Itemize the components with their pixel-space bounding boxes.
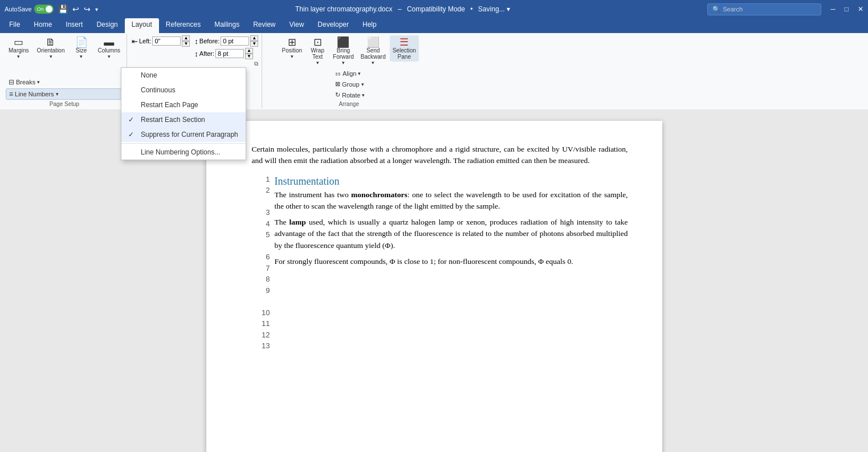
- document-page: Certain molecules, particularly those wi…: [206, 121, 662, 452]
- breaks-button[interactable]: ⊟ Breaks ▾: [6, 77, 123, 87]
- tab-help[interactable]: Help: [356, 18, 384, 33]
- tab-layout[interactable]: Layout: [125, 18, 159, 33]
- menu-suppress-paragraph[interactable]: ✓ Suppress for Current Paragraph: [121, 127, 246, 142]
- tab-design[interactable]: Design: [89, 18, 124, 33]
- tab-references[interactable]: References: [159, 18, 207, 33]
- position-label: Position: [282, 47, 303, 54]
- arrange-buttons: ⊞ Position ▾ ⊡ Wrap Text ▾ ⬛ Bring Forwa…: [279, 35, 419, 67]
- orientation-button[interactable]: 🗎 Orientation ▾: [34, 35, 68, 61]
- spacing-after-input[interactable]: [215, 49, 244, 58]
- close-btn[interactable]: ✕: [858, 5, 863, 13]
- document-area[interactable]: Certain molecules, particularly those wi…: [0, 109, 868, 452]
- menu-none[interactable]: None: [121, 68, 246, 83]
- position-button[interactable]: ⊞ Position ▾: [279, 35, 305, 61]
- indent-left-label: Left:: [139, 38, 151, 44]
- group-dropdown-arrow: ▾: [361, 82, 364, 87]
- bold-monochromators: monochromators: [351, 190, 407, 199]
- spacing-col: ↕ Before: ▲ ▼ ↕ After: ▲ ▼: [194, 35, 258, 59]
- doc-content: Certain molecules, particularly those wi…: [252, 144, 628, 352]
- undo-icon[interactable]: ↩: [72, 5, 79, 14]
- spacing-after-up[interactable]: ▲: [245, 48, 253, 54]
- toggle-knob: [46, 6, 52, 13]
- align-dropdown-arrow: ▾: [358, 71, 361, 76]
- spacing-after-icon: ↕: [194, 50, 198, 58]
- line-13: [275, 291, 628, 302]
- tab-review[interactable]: Review: [246, 18, 282, 33]
- menu-line-numbering-options[interactable]: Line Numbering Options...: [121, 145, 246, 160]
- indent-left-spinner[interactable]: ▲ ▼: [182, 35, 190, 47]
- line-num-10: 8: [252, 274, 270, 285]
- bring-forward-label2: Forward: [333, 54, 354, 60]
- spacing-before-row: ↕ Before: ▲ ▼: [194, 35, 258, 47]
- indent-left-input[interactable]: [152, 36, 181, 46]
- tab-home[interactable]: Home: [27, 18, 59, 33]
- spacing-before-label: Before:: [199, 38, 219, 44]
- spacing-before-icon: ↕: [194, 37, 198, 46]
- dropdown-icon[interactable]: ▾: [95, 6, 98, 13]
- line-11: [275, 267, 628, 279]
- bring-forward-dropdown-arrow: ▾: [342, 60, 345, 66]
- spacing-after-spinner[interactable]: ▲ ▼: [245, 48, 253, 59]
- minimize-btn[interactable]: ─: [830, 5, 836, 13]
- spacing-before-down[interactable]: ▼: [250, 41, 258, 47]
- menu-restart-section[interactable]: ✓ Restart Each Section: [121, 112, 246, 127]
- size-button[interactable]: 📄 Size ▾: [70, 35, 93, 61]
- spacing-before-up[interactable]: ▲: [250, 35, 258, 41]
- rotate-button[interactable]: ↻ Rotate ▾: [332, 90, 368, 100]
- rotate-icon: ↻: [335, 91, 340, 99]
- continuous-label: Continuous: [141, 86, 176, 94]
- autosave-area: AutoSave On: [5, 5, 54, 14]
- page-setup-group: ▭ Margins ▾ 🗎 Orientation ▾ 📄 Size ▾ ▬ C…: [2, 34, 127, 108]
- autosave-label: AutoSave: [5, 6, 32, 13]
- rotate-dropdown-arrow: ▾: [362, 92, 365, 98]
- tab-view[interactable]: View: [283, 18, 311, 33]
- menu-restart-page[interactable]: Restart Each Page: [121, 97, 246, 112]
- suppress-paragraph-label: Suppress for Current Paragraph: [141, 131, 238, 139]
- autosave-toggle[interactable]: On: [34, 5, 54, 14]
- breaks-linenumbers-col: ⊟ Breaks ▾ ≡ Line Numbers ▾: [6, 77, 123, 100]
- document-title: Thin layer chromatography.docx – Compati…: [103, 5, 703, 13]
- spacing-before-input[interactable]: [221, 36, 249, 46]
- save-icon[interactable]: 💾: [58, 5, 68, 14]
- paragraph-dialog-launcher[interactable]: ⧉: [254, 60, 258, 67]
- tab-file[interactable]: File: [2, 18, 27, 33]
- line-2-content: The instrument has two monochromators: o…: [275, 189, 628, 213]
- search-box[interactable]: 🔍 Search: [707, 3, 821, 15]
- redo-icon[interactable]: ↪: [84, 5, 91, 14]
- tab-insert[interactable]: Insert: [59, 18, 89, 33]
- rotate-label: Rotate: [342, 92, 360, 99]
- wrap-text-button[interactable]: ⊡ Wrap Text ▾: [306, 35, 329, 67]
- tab-mailings[interactable]: Mailings: [207, 18, 246, 33]
- send-backward-button[interactable]: ⬜ Send Backward ▾: [358, 35, 389, 67]
- indent-left-down[interactable]: ▼: [182, 41, 190, 47]
- spacing-after-down[interactable]: ▼: [245, 54, 253, 59]
- maximize-btn[interactable]: □: [845, 5, 849, 13]
- selection-pane-button[interactable]: ☰ Selection Pane: [390, 35, 419, 62]
- columns-button[interactable]: ▬ Columns ▾: [95, 35, 123, 61]
- align-group-col: ⚏ Align ▾ ⊠ Group ▾ ↻ Rotate ▾: [332, 68, 368, 100]
- line-numbers-button[interactable]: ≡ Line Numbers ▾: [6, 88, 123, 100]
- indent-left-row: ⇤ Left: ▲ ▼: [132, 35, 190, 47]
- margins-button[interactable]: ▭ Margins ▾: [6, 35, 32, 61]
- align-button[interactable]: ⚏ Align ▾: [332, 68, 368, 78]
- margins-dropdown-arrow: ▾: [17, 54, 20, 59]
- line-numbers-icon: ≡: [9, 90, 13, 98]
- line-num-6: 5: [252, 229, 270, 241]
- intro-paragraph: Certain molecules, particularly those wi…: [252, 144, 628, 167]
- line-numbers-menu: None Continuous Restart Each Page ✓ Rest…: [121, 67, 246, 160]
- indent-left-up[interactable]: ▲: [182, 35, 190, 41]
- suppress-paragraph-checkmark: ✓: [128, 131, 136, 139]
- orientation-icon: 🗎: [46, 37, 56, 47]
- bring-forward-button[interactable]: ⬛ Bring Forward ▾: [330, 35, 357, 67]
- spacing-before-spinner[interactable]: ▲ ▼: [250, 35, 258, 47]
- send-backward-icon: ⬜: [367, 37, 380, 47]
- align-icon: ⚏: [335, 70, 341, 77]
- group-button[interactable]: ⊠ Group ▾: [332, 79, 368, 89]
- line-num-7: [252, 241, 270, 252]
- send-backward-dropdown-arrow: ▾: [372, 60, 374, 66]
- numbered-content: 1 2 3 4 5 6 7 8 9 10 11 12: [252, 174, 628, 352]
- line-num-1: 1: [252, 174, 270, 185]
- line-num-11: 9: [252, 285, 270, 296]
- tab-developer[interactable]: Developer: [311, 18, 356, 33]
- menu-continuous[interactable]: Continuous: [121, 83, 246, 97]
